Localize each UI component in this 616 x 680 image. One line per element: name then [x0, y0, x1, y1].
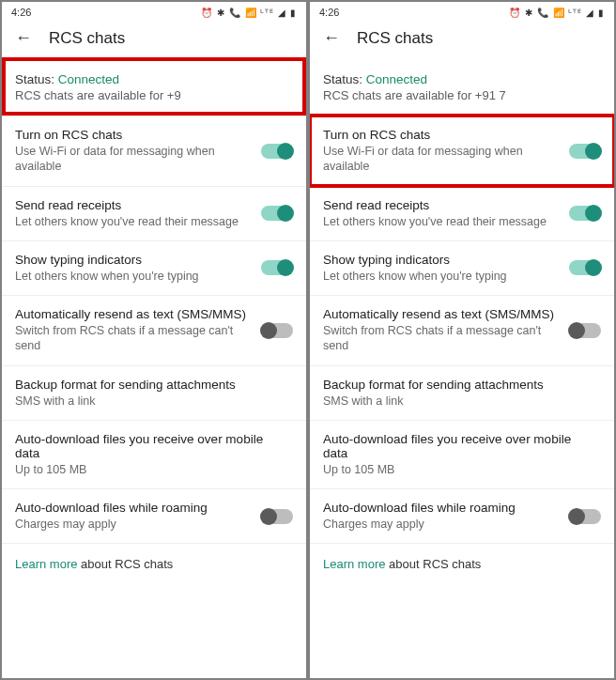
setting-title: Send read receipts [15, 198, 254, 212]
setting-title: Backup format for sending attachments [15, 378, 285, 392]
setting-text: Show typing indicatorsLet others know wh… [15, 253, 261, 284]
toggle-send-read-receipts[interactable] [261, 206, 293, 221]
learn-more-row: Learn more about RCS chats [310, 543, 614, 584]
toggle-turn-on-rcs-chats[interactable] [569, 144, 601, 159]
setting-text: Backup format for sending attachmentsSMS… [15, 378, 293, 409]
setting-text: Automatically resend as text (SMS/MMS)Sw… [15, 307, 261, 354]
panel-left: 4:26 ⏰ ✱ 📞 📶 ᴸᵀᴱ ◢ ▮ ← RCS chats Status:… [0, 0, 308, 680]
status-label: Status: [323, 72, 366, 86]
setting-auto-download-files-you-receive-over-mobile-data[interactable]: Auto-download files you receive over mob… [310, 420, 614, 488]
setting-subtitle: SMS with a link [15, 394, 285, 409]
settings-list: Turn on RCS chatsUse Wi-Fi or data for m… [310, 116, 614, 543]
setting-text: Backup format for sending attachmentsSMS… [323, 378, 601, 409]
setting-show-typing-indicators[interactable]: Show typing indicatorsLet others know wh… [310, 240, 614, 295]
setting-auto-download-files-while-roaming[interactable]: Auto-download files while roamingCharges… [310, 488, 614, 543]
status-icons: ⏰ ✱ 📞 📶 ᴸᵀᴱ ◢ ▮ [509, 8, 605, 18]
setting-title: Auto-download files while roaming [323, 501, 562, 515]
toggle-automatically-resend-as-text-sms-mms[interactable] [261, 323, 293, 338]
toggle-automatically-resend-as-text-sms-mms[interactable] [569, 323, 601, 338]
setting-subtitle: SMS with a link [323, 394, 593, 409]
setting-title: Automatically resend as text (SMS/MMS) [15, 307, 254, 321]
status-bar: 4:26 ⏰ ✱ 📞 📶 ᴸᵀᴱ ◢ ▮ [2, 2, 306, 21]
setting-title: Auto-download files you receive over mob… [15, 432, 285, 460]
setting-automatically-resend-as-text-sms-mms[interactable]: Automatically resend as text (SMS/MMS)Sw… [310, 295, 614, 365]
setting-title: Show typing indicators [323, 253, 562, 267]
learn-more-link[interactable]: Learn more [15, 557, 77, 571]
toggle-show-typing-indicators[interactable] [569, 260, 601, 275]
setting-title: Send read receipts [323, 198, 562, 212]
setting-subtitle: Use Wi-Fi or data for messaging when ava… [323, 144, 562, 175]
setting-send-read-receipts[interactable]: Send read receiptsLet others know you've… [310, 186, 614, 240]
setting-title: Automatically resend as text (SMS/MMS) [323, 307, 562, 321]
setting-subtitle: Switch from RCS chats if a message can't… [323, 323, 562, 354]
status-bar: 4:26 ⏰ ✱ 📞 📶 ᴸᵀᴱ ◢ ▮ [310, 2, 614, 21]
setting-text: Automatically resend as text (SMS/MMS)Sw… [323, 307, 569, 354]
setting-title: Auto-download files while roaming [15, 501, 254, 515]
setting-automatically-resend-as-text-sms-mms[interactable]: Automatically resend as text (SMS/MMS)Sw… [2, 295, 306, 365]
setting-subtitle: Switch from RCS chats if a message can't… [15, 323, 254, 354]
toggle-show-typing-indicators[interactable] [261, 260, 293, 275]
setting-backup-format-for-sending-attachments[interactable]: Backup format for sending attachmentsSMS… [310, 365, 614, 420]
setting-title: Turn on RCS chats [15, 128, 254, 142]
back-arrow-icon[interactable]: ← [15, 28, 32, 48]
setting-show-typing-indicators[interactable]: Show typing indicatorsLet others know wh… [2, 240, 306, 295]
learn-more-text: about RCS chats [77, 557, 173, 571]
status-icons: ⏰ ✱ 📞 📶 ᴸᵀᴱ ◢ ▮ [201, 8, 297, 18]
status-block: Status: Connected RCS chats are availabl… [310, 57, 614, 116]
status-value: Connected [366, 72, 427, 86]
setting-subtitle: Let others know you've read their messag… [323, 214, 562, 229]
toggle-turn-on-rcs-chats[interactable] [261, 144, 293, 159]
page-title: RCS chats [49, 29, 125, 48]
status-availability: RCS chats are available for +91 7 [323, 88, 601, 102]
setting-turn-on-rcs-chats[interactable]: Turn on RCS chatsUse Wi-Fi or data for m… [310, 116, 614, 186]
header: ← RCS chats [2, 21, 306, 57]
setting-subtitle: Up to 105 MB [323, 462, 593, 477]
toggle-send-read-receipts[interactable] [569, 206, 601, 221]
status-value: Connected [58, 72, 119, 86]
toggle-auto-download-files-while-roaming[interactable] [261, 509, 293, 524]
header: ← RCS chats [310, 21, 614, 57]
panel-right: 4:26 ⏰ ✱ 📞 📶 ᴸᵀᴱ ◢ ▮ ← RCS chats Status:… [308, 0, 616, 680]
setting-title: Show typing indicators [15, 253, 254, 267]
setting-subtitle: Use Wi-Fi or data for messaging when ava… [15, 144, 254, 175]
setting-text: Auto-download files while roamingCharges… [323, 501, 569, 532]
page-title: RCS chats [357, 29, 433, 48]
status-label: Status: [15, 72, 58, 86]
settings-list: Turn on RCS chatsUse Wi-Fi or data for m… [2, 116, 306, 543]
setting-subtitle: Up to 105 MB [15, 462, 285, 477]
learn-more-text: about RCS chats [385, 557, 481, 571]
setting-title: Turn on RCS chats [323, 128, 562, 142]
setting-auto-download-files-while-roaming[interactable]: Auto-download files while roamingCharges… [2, 488, 306, 543]
setting-title: Backup format for sending attachments [323, 378, 593, 392]
clock: 4:26 [319, 7, 339, 18]
setting-subtitle: Let others know you've read their messag… [15, 214, 254, 229]
learn-more-link[interactable]: Learn more [323, 557, 385, 571]
setting-text: Turn on RCS chatsUse Wi-Fi or data for m… [323, 128, 569, 175]
setting-text: Show typing indicatorsLet others know wh… [323, 253, 569, 284]
setting-text: Auto-download files you receive over mob… [15, 432, 293, 477]
setting-text: Turn on RCS chatsUse Wi-Fi or data for m… [15, 128, 261, 175]
setting-text: Auto-download files while roamingCharges… [15, 501, 261, 532]
setting-title: Auto-download files you receive over mob… [323, 432, 593, 460]
setting-text: Auto-download files you receive over mob… [323, 432, 601, 477]
status-line: Status: Connected [323, 72, 601, 86]
setting-subtitle: Let others know when you're typing [15, 269, 254, 284]
setting-send-read-receipts[interactable]: Send read receiptsLet others know you've… [2, 186, 306, 240]
clock: 4:26 [11, 7, 31, 18]
setting-subtitle: Charges may apply [15, 517, 254, 532]
status-line: Status: Connected [15, 72, 293, 86]
setting-subtitle: Charges may apply [323, 517, 562, 532]
learn-more-row: Learn more about RCS chats [2, 543, 306, 584]
toggle-auto-download-files-while-roaming[interactable] [569, 509, 601, 524]
setting-auto-download-files-you-receive-over-mobile-data[interactable]: Auto-download files you receive over mob… [2, 420, 306, 488]
setting-subtitle: Let others know when you're typing [323, 269, 562, 284]
status-block: Status: Connected RCS chats are availabl… [2, 57, 306, 116]
setting-backup-format-for-sending-attachments[interactable]: Backup format for sending attachmentsSMS… [2, 365, 306, 420]
setting-text: Send read receiptsLet others know you've… [323, 198, 569, 229]
back-arrow-icon[interactable]: ← [323, 28, 340, 48]
setting-text: Send read receiptsLet others know you've… [15, 198, 261, 229]
setting-turn-on-rcs-chats[interactable]: Turn on RCS chatsUse Wi-Fi or data for m… [2, 116, 306, 186]
status-availability: RCS chats are available for +9 [15, 88, 293, 102]
